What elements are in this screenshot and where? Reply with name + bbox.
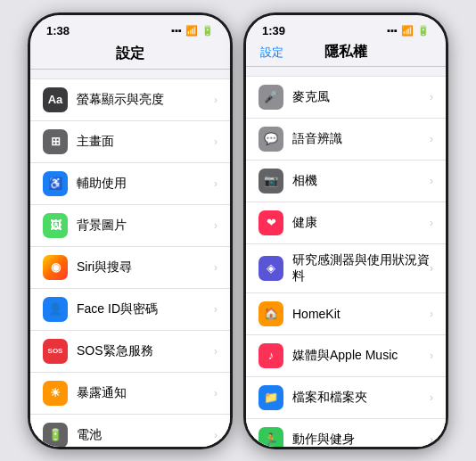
settings-row[interactable]: 💬語音辨識› bbox=[246, 119, 446, 161]
time-1: 1:38 bbox=[46, 24, 70, 37]
row-label: 檔案和檔案夾 bbox=[292, 390, 430, 406]
row-label: 主畫面 bbox=[77, 134, 214, 150]
phone-2: 1:39 ▪▪▪ 📶 🔋 設定 隱私權 🎤麥克風›💬語音辨識›📷相機›❤健康›◈… bbox=[243, 12, 448, 449]
settings-row[interactable]: ◈研究感測器與使用狀況資料› bbox=[246, 244, 446, 293]
chevron-icon: › bbox=[430, 350, 433, 362]
settings-row[interactable]: 👤Face ID與密碼› bbox=[30, 289, 230, 331]
status-bar-1: 1:38 ▪▪▪ 📶 🔋 bbox=[30, 15, 230, 41]
row-icon: SOS bbox=[43, 339, 68, 364]
wifi-icon: 📶 bbox=[185, 25, 198, 37]
chevron-icon: › bbox=[430, 308, 433, 320]
chevron-icon: › bbox=[214, 94, 217, 106]
row-icon: 🏃 bbox=[259, 427, 283, 447]
chevron-icon: › bbox=[214, 429, 217, 441]
settings-row[interactable]: 🖼背景圖片› bbox=[30, 205, 230, 247]
chevron-icon: › bbox=[214, 136, 217, 148]
wifi-icon-2: 📶 bbox=[401, 25, 414, 37]
row-label: 語音辨識 bbox=[292, 131, 430, 147]
settings-row[interactable]: 📷相機› bbox=[246, 161, 446, 202]
settings-row[interactable]: 📁檔案和檔案夾› bbox=[246, 377, 446, 419]
page-title-1: 設定 bbox=[116, 45, 144, 61]
nav-bar-2: 設定 隱私權 bbox=[246, 41, 446, 67]
chevron-icon: › bbox=[430, 175, 433, 187]
row-label: HomeKit bbox=[292, 307, 430, 321]
row-icon: ◈ bbox=[259, 256, 283, 281]
row-label: 螢幕顯示與亮度 bbox=[77, 92, 214, 108]
chevron-icon: › bbox=[430, 391, 433, 404]
chevron-icon: › bbox=[430, 262, 433, 275]
row-icon: ♪ bbox=[259, 343, 283, 368]
status-icons-2: ▪▪▪ 📶 🔋 bbox=[387, 25, 430, 37]
battery-icon-2: 🔋 bbox=[417, 25, 430, 37]
settings-row[interactable]: 🔋電池› bbox=[30, 415, 230, 447]
settings-row[interactable]: ♪媒體與Apple Music› bbox=[246, 335, 446, 377]
settings-row[interactable]: ⊞主畫面› bbox=[30, 121, 230, 163]
row-label: 媒體與Apple Music bbox=[292, 348, 430, 364]
settings-row[interactable]: ❤健康› bbox=[246, 202, 446, 244]
chevron-icon: › bbox=[430, 217, 433, 229]
settings-row[interactable]: ☀暴露通知› bbox=[30, 373, 230, 415]
row-icon: 🏠 bbox=[259, 301, 283, 326]
battery-icon: 🔋 bbox=[201, 25, 214, 37]
chevron-icon: › bbox=[430, 133, 433, 145]
chevron-icon: › bbox=[214, 387, 217, 399]
row-label: 暴露通知 bbox=[77, 385, 214, 401]
row-label: 動作與健身 bbox=[292, 432, 430, 447]
chevron-icon: › bbox=[430, 433, 433, 446]
row-label: 麥克風 bbox=[292, 89, 430, 105]
settings-row[interactable]: Aa螢幕顯示與亮度› bbox=[30, 78, 230, 121]
settings-row[interactable]: 🎤麥克風› bbox=[246, 76, 446, 119]
row-icon: 🔋 bbox=[43, 423, 68, 447]
settings-row[interactable]: 🏠HomeKit› bbox=[246, 293, 446, 335]
row-icon: 💬 bbox=[259, 127, 283, 152]
row-icon: ☀ bbox=[43, 381, 68, 406]
row-icon: Aa bbox=[43, 87, 68, 112]
row-icon: 📷 bbox=[259, 169, 283, 193]
row-icon: 📁 bbox=[259, 385, 283, 410]
row-icon: ◉ bbox=[43, 255, 68, 280]
row-label: 健康 bbox=[292, 215, 430, 231]
back-button[interactable]: 設定 bbox=[260, 45, 283, 61]
row-icon: 🎤 bbox=[259, 85, 283, 110]
row-label: 研究感測器與使用狀況資料 bbox=[292, 252, 430, 284]
nav-bar-1: 設定 bbox=[30, 41, 230, 70]
phone-1: 1:38 ▪▪▪ 📶 🔋 設定 Aa螢幕顯示與亮度›⊞主畫面›♿輔助使用›🖼背景… bbox=[28, 12, 233, 449]
settings-list-2[interactable]: 🎤麥克風›💬語音辨識›📷相機›❤健康›◈研究感測器與使用狀況資料›🏠HomeKi… bbox=[246, 67, 446, 447]
chevron-icon: › bbox=[214, 345, 217, 358]
chevron-icon: › bbox=[214, 219, 217, 232]
settings-row[interactable]: ◉Siri與搜尋› bbox=[30, 247, 230, 289]
chevron-icon: › bbox=[214, 261, 217, 274]
row-icon: ⊞ bbox=[43, 129, 68, 154]
row-label: 背景圖片 bbox=[77, 218, 214, 234]
settings-list-1[interactable]: Aa螢幕顯示與亮度›⊞主畫面›♿輔助使用›🖼背景圖片›◉Siri與搜尋›👤Fac… bbox=[30, 70, 230, 447]
chevron-icon: › bbox=[214, 177, 217, 190]
time-2: 1:39 bbox=[262, 24, 285, 37]
signal-icon-2: ▪▪▪ bbox=[387, 25, 398, 36]
settings-row[interactable]: ♿輔助使用› bbox=[30, 163, 230, 205]
status-bar-2: 1:39 ▪▪▪ 📶 🔋 bbox=[246, 15, 446, 41]
row-label: Face ID與密碼 bbox=[77, 301, 214, 317]
status-icons-1: ▪▪▪ 📶 🔋 bbox=[171, 25, 214, 37]
chevron-icon: › bbox=[430, 91, 433, 103]
row-label: SOS緊急服務 bbox=[77, 343, 214, 359]
settings-row[interactable]: SOSSOS緊急服務› bbox=[30, 331, 230, 373]
settings-row[interactable]: 🏃動作與健身› bbox=[246, 419, 446, 447]
row-icon: 👤 bbox=[43, 297, 68, 322]
page-title-2: 隱私權 bbox=[324, 43, 367, 62]
row-label: 相機 bbox=[292, 173, 430, 189]
chevron-icon: › bbox=[214, 303, 217, 316]
row-icon: ♿ bbox=[43, 171, 68, 196]
signal-icon: ▪▪▪ bbox=[171, 25, 182, 36]
row-label: 電池 bbox=[77, 427, 214, 443]
row-label: 輔助使用 bbox=[77, 176, 214, 192]
row-icon: ❤ bbox=[259, 210, 283, 235]
row-icon: 🖼 bbox=[43, 213, 68, 238]
row-label: Siri與搜尋 bbox=[77, 259, 214, 276]
